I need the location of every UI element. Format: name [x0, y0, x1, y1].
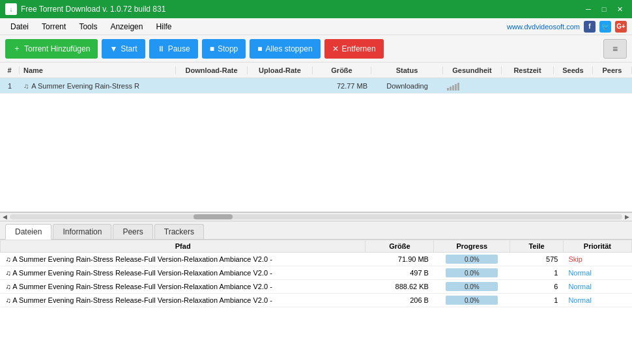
files-col-path: Pfad	[1, 240, 366, 253]
tabs-bar: Dateien Information Peers Trackers	[0, 221, 632, 240]
row-status: Downloading	[371, 82, 443, 90]
start-button[interactable]: ▼ Start	[102, 39, 145, 59]
file-progress: 0.0%	[434, 280, 510, 294]
health-bar-2	[450, 87, 452, 91]
files-table-row[interactable]: ♫ A Summer Evening Rain-Stress Release-F…	[1, 280, 632, 294]
pause-label: Pause	[168, 44, 190, 53]
col-header-num: #	[0, 66, 20, 74]
stop-all-button[interactable]: ■ Alles stoppen	[250, 39, 320, 59]
files-panel: Pfad Größe Progress Teile Priorität ♫ A …	[0, 240, 632, 364]
files-table-body: ♫ A Summer Evening Rain-Stress Release-F…	[1, 253, 632, 307]
files-table: Pfad Größe Progress Teile Priorität ♫ A …	[0, 240, 632, 307]
file-size: 888.62 KB	[366, 280, 434, 294]
col-header-peers: Peers	[593, 66, 632, 74]
col-header-health: Gesundheit	[443, 66, 502, 74]
start-label: Start	[121, 44, 137, 53]
hamburger-icon: ≡	[612, 44, 618, 54]
files-table-row[interactable]: ♫ A Summer Evening Rain-Stress Release-F…	[1, 294, 632, 307]
tab-peers[interactable]: Peers	[113, 224, 152, 239]
social-links: www.dvdvideosoft.com f 🐦 G+	[507, 21, 627, 33]
file-priority: Normal	[563, 280, 631, 294]
stop-all-icon: ■	[257, 44, 262, 53]
tab-information[interactable]: Information	[53, 224, 111, 239]
scroll-left-arrow[interactable]: ◀	[3, 214, 7, 220]
facebook-icon[interactable]: f	[584, 21, 596, 33]
scroll-track[interactable]	[10, 214, 622, 219]
progress-bar: 0.0%	[446, 282, 498, 291]
scroll-thumb[interactable]	[194, 214, 233, 219]
file-priority: Skip	[563, 253, 631, 266]
row-size: 72.77 MB	[313, 82, 371, 90]
file-teile: 575	[510, 253, 564, 266]
tab-dateien[interactable]: Dateien	[5, 224, 51, 240]
file-teile: 6	[510, 280, 564, 294]
file-size: 497 B	[366, 266, 434, 280]
files-col-teile: Teile	[510, 240, 564, 253]
files-table-row[interactable]: ♫ A Summer Evening Rain-Stress Release-F…	[1, 266, 632, 280]
col-header-rest: Restzeit	[502, 66, 554, 74]
progress-text: 0.0%	[465, 283, 480, 290]
menu-torrent[interactable]: Torrent	[36, 21, 71, 33]
start-icon: ▼	[109, 44, 117, 53]
file-path: ♫ A Summer Evening Rain-Stress Release-F…	[1, 294, 366, 307]
hamburger-menu-button[interactable]: ≡	[603, 39, 627, 59]
scroll-right-arrow[interactable]: ▶	[625, 214, 629, 220]
col-header-status: Status	[371, 66, 443, 74]
col-header-name: Name	[20, 66, 176, 74]
row-name-text: A Summer Evening Rain-Stress R	[31, 82, 139, 90]
music-icon: ♫	[23, 82, 29, 90]
stop-all-label: Alles stoppen	[266, 44, 313, 53]
add-torrent-button[interactable]: ＋ Torrent Hinzufügen	[5, 39, 98, 59]
file-teile: 1	[510, 294, 564, 307]
remove-button[interactable]: ✕ Entfernen	[324, 39, 384, 59]
progress-text: 0.0%	[465, 270, 480, 277]
remove-icon: ✕	[332, 44, 339, 53]
files-col-progress: Progress	[434, 240, 510, 253]
twitter-icon[interactable]: 🐦	[599, 21, 611, 33]
torrent-list-area: # Name Download-Rate Upload-Rate Größe S…	[0, 63, 632, 212]
col-header-size: Größe	[313, 66, 371, 74]
maximize-button[interactable]: □	[597, 3, 611, 15]
progress-bar: 0.0%	[446, 255, 498, 264]
file-progress: 0.0%	[434, 294, 510, 307]
bottom-panel: Dateien Information Peers Trackers Pfad …	[0, 221, 632, 364]
googleplus-icon[interactable]: G+	[615, 21, 627, 33]
website-link[interactable]: www.dvdvideosoft.com	[507, 23, 580, 31]
health-bar-4	[455, 84, 457, 91]
remove-label: Entfernen	[342, 44, 376, 53]
close-button[interactable]: ✕	[612, 3, 627, 15]
file-progress: 0.0%	[434, 266, 510, 280]
menu-tools[interactable]: Tools	[74, 21, 102, 33]
app-icon: ↓	[5, 3, 17, 15]
file-size: 206 B	[366, 294, 434, 307]
file-path: ♫ A Summer Evening Rain-Stress Release-F…	[1, 253, 366, 266]
file-path: ♫ A Summer Evening Rain-Stress Release-F…	[1, 280, 366, 294]
progress-text: 0.0%	[465, 256, 480, 263]
pause-button[interactable]: ⏸ Pause	[149, 39, 198, 59]
menu-hilfe[interactable]: Hilfe	[151, 21, 177, 33]
horizontal-scrollbar[interactable]: ◀ ▶	[0, 212, 632, 221]
files-table-row[interactable]: ♫ A Summer Evening Rain-Stress Release-F…	[1, 253, 632, 266]
row-name: ♫ A Summer Evening Rain-Stress R	[20, 82, 176, 90]
stop-label: Stopp	[218, 44, 238, 53]
table-row[interactable]: 1 ♫ A Summer Evening Rain-Stress R 72.77…	[0, 78, 632, 94]
stop-button[interactable]: ■ Stopp	[202, 39, 246, 59]
plus-icon: ＋	[13, 43, 21, 54]
row-num: 1	[0, 82, 20, 90]
titlebar: ↓ Free Torrent Download v. 1.0.72 build …	[0, 0, 632, 18]
health-bar-3	[452, 85, 454, 91]
menu-items: Datei Torrent Tools Anzeigen Hilfe	[5, 21, 177, 33]
toolbar: ＋ Torrent Hinzufügen ▼ Start ⏸ Pause ■ S…	[0, 35, 632, 63]
files-col-priority: Priorität	[563, 240, 631, 253]
file-priority: Normal	[563, 266, 631, 280]
file-path: ♫ A Summer Evening Rain-Stress Release-F…	[1, 266, 366, 280]
files-col-size: Größe	[366, 240, 434, 253]
menubar: Datei Torrent Tools Anzeigen Hilfe www.d…	[0, 18, 632, 35]
menu-anzeigen[interactable]: Anzeigen	[105, 21, 148, 33]
health-bar-1	[447, 88, 449, 91]
stop-icon: ■	[210, 44, 214, 53]
minimize-button[interactable]: ─	[581, 3, 596, 15]
progress-text: 0.0%	[465, 297, 480, 304]
tab-trackers[interactable]: Trackers	[154, 224, 204, 239]
menu-datei[interactable]: Datei	[5, 21, 34, 33]
